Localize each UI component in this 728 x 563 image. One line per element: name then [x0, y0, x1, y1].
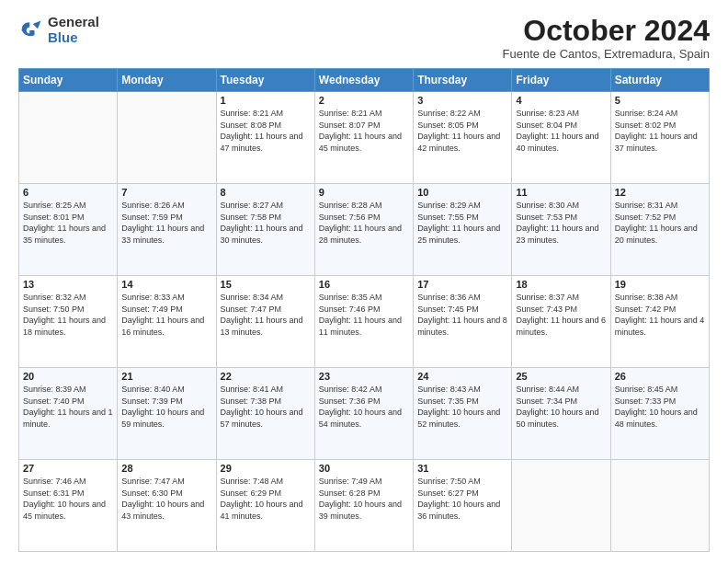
day-info: Sunrise: 8:36 AM Sunset: 7:45 PM Dayligh… [417, 292, 507, 338]
day-number: 17 [417, 279, 507, 290]
day-info: Sunrise: 8:33 AM Sunset: 7:49 PM Dayligh… [121, 292, 211, 338]
calendar-cell: 28Sunrise: 7:47 AM Sunset: 6:30 PM Dayli… [118, 460, 216, 552]
calendar-cell: 12Sunrise: 8:31 AM Sunset: 7:52 PM Dayli… [610, 184, 709, 276]
day-number: 5 [615, 95, 705, 106]
calendar-week-row: 20Sunrise: 8:39 AM Sunset: 7:40 PM Dayli… [19, 368, 710, 460]
day-info: Sunrise: 8:45 AM Sunset: 7:33 PM Dayligh… [615, 384, 705, 430]
day-info: Sunrise: 8:38 AM Sunset: 7:42 PM Dayligh… [615, 292, 705, 338]
day-number: 20 [23, 371, 113, 382]
day-number: 27 [23, 463, 113, 474]
weekday-header-tuesday: Tuesday [216, 69, 314, 92]
day-number: 21 [121, 371, 211, 382]
day-number: 26 [615, 371, 705, 382]
day-number: 16 [319, 279, 409, 290]
calendar-cell: 16Sunrise: 8:35 AM Sunset: 7:46 PM Dayli… [314, 276, 413, 368]
day-info: Sunrise: 8:42 AM Sunset: 7:36 PM Dayligh… [319, 384, 409, 430]
calendar-week-row: 6Sunrise: 8:25 AM Sunset: 8:01 PM Daylig… [19, 184, 710, 276]
day-number: 13 [23, 279, 113, 290]
day-info: Sunrise: 7:46 AM Sunset: 6:31 PM Dayligh… [23, 476, 113, 522]
day-info: Sunrise: 8:26 AM Sunset: 7:59 PM Dayligh… [121, 200, 211, 246]
day-info: Sunrise: 8:29 AM Sunset: 7:55 PM Dayligh… [417, 200, 507, 246]
calendar-cell [512, 460, 610, 552]
day-number: 4 [516, 95, 606, 106]
day-info: Sunrise: 8:40 AM Sunset: 7:39 PM Dayligh… [121, 384, 211, 430]
day-info: Sunrise: 8:28 AM Sunset: 7:56 PM Dayligh… [319, 200, 409, 246]
calendar-week-row: 27Sunrise: 7:46 AM Sunset: 6:31 PM Dayli… [19, 460, 710, 552]
calendar-cell: 7Sunrise: 8:26 AM Sunset: 7:59 PM Daylig… [118, 184, 216, 276]
calendar-cell: 13Sunrise: 8:32 AM Sunset: 7:50 PM Dayli… [19, 276, 118, 368]
calendar-cell: 31Sunrise: 7:50 AM Sunset: 6:27 PM Dayli… [414, 460, 512, 552]
calendar-cell: 29Sunrise: 7:48 AM Sunset: 6:29 PM Dayli… [216, 460, 314, 552]
calendar-cell: 1Sunrise: 8:21 AM Sunset: 8:08 PM Daylig… [216, 92, 314, 184]
day-info: Sunrise: 8:22 AM Sunset: 8:05 PM Dayligh… [417, 108, 507, 154]
location-subtitle: Fuente de Cantos, Extremadura, Spain [503, 47, 710, 61]
weekday-header-wednesday: Wednesday [314, 69, 413, 92]
calendar-cell: 26Sunrise: 8:45 AM Sunset: 7:33 PM Dayli… [610, 368, 709, 460]
calendar-cell: 17Sunrise: 8:36 AM Sunset: 7:45 PM Dayli… [414, 276, 512, 368]
day-info: Sunrise: 8:44 AM Sunset: 7:34 PM Dayligh… [516, 384, 606, 430]
logo-blue: Blue [48, 30, 99, 46]
day-number: 12 [615, 187, 705, 198]
day-number: 10 [417, 187, 507, 198]
day-number: 23 [319, 371, 409, 382]
day-info: Sunrise: 8:30 AM Sunset: 7:53 PM Dayligh… [516, 200, 606, 246]
day-number: 29 [221, 463, 311, 474]
calendar-cell: 6Sunrise: 8:25 AM Sunset: 8:01 PM Daylig… [19, 184, 118, 276]
day-number: 8 [221, 187, 311, 198]
day-info: Sunrise: 8:39 AM Sunset: 7:40 PM Dayligh… [23, 384, 113, 430]
day-number: 24 [417, 371, 507, 382]
calendar-cell: 5Sunrise: 8:24 AM Sunset: 8:02 PM Daylig… [610, 92, 709, 184]
day-number: 9 [319, 187, 409, 198]
calendar-cell [610, 460, 709, 552]
logo-general: General [48, 15, 99, 30]
calendar-cell: 23Sunrise: 8:42 AM Sunset: 7:36 PM Dayli… [314, 368, 413, 460]
calendar-cell [118, 92, 216, 184]
title-block: October 2024 Fuente de Cantos, Extremadu… [503, 15, 710, 61]
day-number: 3 [417, 95, 507, 106]
weekday-header-sunday: Sunday [19, 69, 118, 92]
day-number: 15 [221, 279, 311, 290]
calendar-cell: 3Sunrise: 8:22 AM Sunset: 8:05 PM Daylig… [414, 92, 512, 184]
day-info: Sunrise: 8:21 AM Sunset: 8:07 PM Dayligh… [319, 108, 409, 154]
logo-text: General Blue [48, 15, 99, 45]
day-number: 19 [615, 279, 705, 290]
day-number: 28 [121, 463, 211, 474]
calendar-cell: 14Sunrise: 8:33 AM Sunset: 7:49 PM Dayli… [118, 276, 216, 368]
day-info: Sunrise: 8:32 AM Sunset: 7:50 PM Dayligh… [23, 292, 113, 338]
day-info: Sunrise: 8:25 AM Sunset: 8:01 PM Dayligh… [23, 200, 113, 246]
calendar-cell: 22Sunrise: 8:41 AM Sunset: 7:38 PM Dayli… [216, 368, 314, 460]
day-info: Sunrise: 8:24 AM Sunset: 8:02 PM Dayligh… [615, 108, 705, 154]
day-number: 1 [221, 95, 311, 106]
calendar-table: SundayMondayTuesdayWednesdayThursdayFrid… [18, 68, 710, 552]
calendar-cell: 8Sunrise: 8:27 AM Sunset: 7:58 PM Daylig… [216, 184, 314, 276]
day-info: Sunrise: 8:37 AM Sunset: 7:43 PM Dayligh… [516, 292, 606, 338]
calendar-cell: 20Sunrise: 8:39 AM Sunset: 7:40 PM Dayli… [19, 368, 118, 460]
calendar-cell: 18Sunrise: 8:37 AM Sunset: 7:43 PM Dayli… [512, 276, 610, 368]
calendar-cell [19, 92, 118, 184]
calendar-cell: 10Sunrise: 8:29 AM Sunset: 7:55 PM Dayli… [414, 184, 512, 276]
calendar-cell: 2Sunrise: 8:21 AM Sunset: 8:07 PM Daylig… [314, 92, 413, 184]
day-number: 7 [121, 187, 211, 198]
day-info: Sunrise: 7:47 AM Sunset: 6:30 PM Dayligh… [121, 476, 211, 522]
day-info: Sunrise: 7:49 AM Sunset: 6:28 PM Dayligh… [319, 476, 409, 522]
day-number: 25 [516, 371, 606, 382]
calendar-cell: 27Sunrise: 7:46 AM Sunset: 6:31 PM Dayli… [19, 460, 118, 552]
logo: General Blue [18, 15, 99, 45]
day-info: Sunrise: 8:27 AM Sunset: 7:58 PM Dayligh… [221, 200, 311, 246]
month-title: October 2024 [503, 15, 710, 47]
calendar-cell: 24Sunrise: 8:43 AM Sunset: 7:35 PM Dayli… [414, 368, 512, 460]
calendar-cell: 25Sunrise: 8:44 AM Sunset: 7:34 PM Dayli… [512, 368, 610, 460]
day-number: 31 [417, 463, 507, 474]
day-info: Sunrise: 8:43 AM Sunset: 7:35 PM Dayligh… [417, 384, 507, 430]
calendar-cell: 11Sunrise: 8:30 AM Sunset: 7:53 PM Dayli… [512, 184, 610, 276]
calendar-cell: 19Sunrise: 8:38 AM Sunset: 7:42 PM Dayli… [610, 276, 709, 368]
day-number: 6 [23, 187, 113, 198]
day-number: 18 [516, 279, 606, 290]
day-info: Sunrise: 7:50 AM Sunset: 6:27 PM Dayligh… [417, 476, 507, 522]
day-number: 30 [319, 463, 409, 474]
day-info: Sunrise: 8:34 AM Sunset: 7:47 PM Dayligh… [221, 292, 311, 338]
weekday-header-row: SundayMondayTuesdayWednesdayThursdayFrid… [19, 69, 710, 92]
day-number: 14 [121, 279, 211, 290]
weekday-header-saturday: Saturday [610, 69, 709, 92]
header: General Blue October 2024 Fuente de Cant… [18, 15, 710, 61]
